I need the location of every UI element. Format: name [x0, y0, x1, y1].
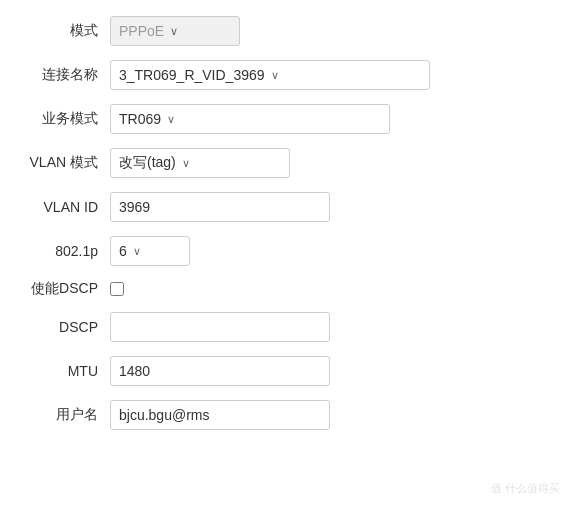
mode-chevron-icon: ∨ [170, 25, 178, 38]
service-mode-control: TR069 ∨ [110, 104, 390, 134]
connection-name-chevron-icon: ∨ [271, 69, 279, 82]
dscp-label: DSCP [20, 319, 110, 335]
dscp-enable-control [110, 282, 124, 296]
dot1p-select[interactable]: 6 ∨ [110, 236, 190, 266]
mode-label: 模式 [20, 22, 110, 40]
vlan-mode-control: 改写(tag) ∨ [110, 148, 290, 178]
vlan-mode-select[interactable]: 改写(tag) ∨ [110, 148, 290, 178]
service-mode-row: 业务模式 TR069 ∨ [20, 104, 550, 134]
dscp-row: DSCP [20, 312, 550, 342]
mode-row: 模式 PPPoE ∨ [20, 16, 550, 46]
dscp-enable-checkbox[interactable] [110, 282, 124, 296]
dscp-enable-label: 使能DSCP [20, 280, 110, 298]
vlan-id-row: VLAN ID [20, 192, 550, 222]
mode-select[interactable]: PPPoE ∨ [110, 16, 240, 46]
vlan-mode-value: 改写(tag) [119, 154, 176, 172]
mode-control: PPPoE ∨ [110, 16, 240, 46]
connection-name-row: 连接名称 3_TR069_R_VID_3969 ∨ [20, 60, 550, 90]
mtu-control [110, 356, 330, 386]
connection-name-value: 3_TR069_R_VID_3969 [119, 67, 265, 83]
dot1p-row: 802.1p 6 ∨ [20, 236, 550, 266]
vlan-mode-chevron-icon: ∨ [182, 157, 190, 170]
mtu-label: MTU [20, 363, 110, 379]
connection-name-label: 连接名称 [20, 66, 110, 84]
service-mode-chevron-icon: ∨ [167, 113, 175, 126]
dscp-enable-checkbox-wrapper [110, 282, 124, 296]
connection-name-select[interactable]: 3_TR069_R_VID_3969 ∨ [110, 60, 430, 90]
username-input[interactable] [110, 400, 330, 430]
mtu-row: MTU [20, 356, 550, 386]
username-label: 用户名 [20, 406, 110, 424]
dscp-input[interactable] [110, 312, 330, 342]
dot1p-value: 6 [119, 243, 127, 259]
username-row: 用户名 [20, 400, 550, 430]
dot1p-chevron-icon: ∨ [133, 245, 141, 258]
service-mode-select[interactable]: TR069 ∨ [110, 104, 390, 134]
service-mode-label: 业务模式 [20, 110, 110, 128]
username-control [110, 400, 330, 430]
dot1p-control: 6 ∨ [110, 236, 190, 266]
vlan-id-control [110, 192, 330, 222]
vlan-id-input[interactable] [110, 192, 330, 222]
watermark: 值 什么值得买 [491, 481, 560, 496]
mtu-input[interactable] [110, 356, 330, 386]
watermark-text: 值 什么值得买 [491, 482, 560, 494]
connection-name-control: 3_TR069_R_VID_3969 ∨ [110, 60, 430, 90]
vlan-mode-label: VLAN 模式 [20, 154, 110, 172]
mode-value: PPPoE [119, 23, 164, 39]
dscp-control [110, 312, 330, 342]
vlan-mode-row: VLAN 模式 改写(tag) ∨ [20, 148, 550, 178]
service-mode-value: TR069 [119, 111, 161, 127]
vlan-id-label: VLAN ID [20, 199, 110, 215]
dot1p-label: 802.1p [20, 243, 110, 259]
dscp-enable-row: 使能DSCP [20, 280, 550, 298]
